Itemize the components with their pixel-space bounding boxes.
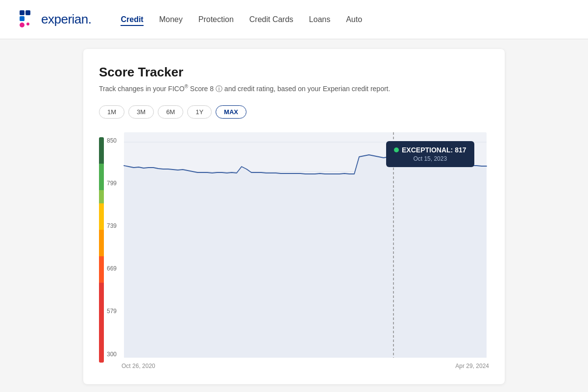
time-range-buttons: 1M 3M 6M 1Y MAX: [99, 105, 489, 119]
time-btn-max[interactable]: MAX: [216, 105, 246, 119]
time-btn-1m[interactable]: 1M: [99, 105, 124, 119]
svg-point-13: [391, 153, 396, 158]
page-title: Score Tracker: [99, 65, 489, 80]
score-line-chart: [122, 132, 489, 358]
header: experian. Credit Money Protection Credit…: [0, 0, 588, 39]
svg-point-4: [26, 23, 29, 25]
poor-segment: [99, 230, 104, 256]
x-label-start: Oct 26, 2020: [122, 363, 155, 369]
svg-rect-2: [20, 16, 24, 21]
nav-auto[interactable]: Auto: [346, 13, 362, 26]
time-btn-1y[interactable]: 1Y: [187, 105, 212, 119]
logo: experian.: [20, 10, 91, 29]
page-subtitle: Track changes in your FICO® Score 8 ⓘ an…: [99, 84, 489, 94]
x-label-end: Apr 29, 2024: [455, 363, 489, 369]
y-label-739: 739: [107, 222, 117, 229]
y-axis-labels: 850 799 739 669 579 300: [107, 132, 117, 372]
main-nav: Credit Money Protection Credit Cards Loa…: [121, 13, 362, 26]
very-poor-segment: [99, 283, 104, 362]
exceptional-segment: [99, 137, 104, 164]
nav-protection[interactable]: Protection: [198, 13, 234, 26]
fair-segment: [99, 203, 104, 230]
svg-rect-1: [25, 10, 30, 15]
y-label-300: 300: [107, 351, 117, 358]
x-axis-labels: Oct 26, 2020 Apr 29, 2024: [122, 360, 489, 369]
bad-segment: [99, 256, 104, 283]
experian-logo-icon: [20, 10, 38, 29]
main-content: Score Tracker Track changes in your FICO…: [0, 39, 588, 392]
nav-money[interactable]: Money: [159, 13, 183, 26]
score-tracker-card: Score Tracker Track changes in your FICO…: [83, 49, 505, 384]
time-btn-6m[interactable]: 6M: [158, 105, 183, 119]
y-label-850: 850: [107, 137, 117, 144]
very-good-segment: [99, 164, 104, 190]
chart-area: 850 799 739 669 579 300: [99, 132, 489, 372]
y-label-669: 669: [107, 265, 117, 272]
nav-credit[interactable]: Credit: [121, 13, 143, 26]
svg-rect-0: [20, 10, 24, 15]
nav-loans[interactable]: Loans: [309, 13, 331, 26]
score-color-bar: [99, 137, 104, 363]
nav-credit-cards[interactable]: Credit Cards: [249, 13, 294, 26]
score-chart-wrapper: 850 799 739 669 579 300: [99, 132, 489, 372]
time-btn-3m[interactable]: 3M: [128, 105, 154, 119]
y-label-799: 799: [107, 180, 117, 187]
logo-text: experian.: [41, 12, 91, 27]
svg-point-3: [20, 23, 24, 27]
chart-svg-container: EXCEPTIONAL: 817 Oct 15, 2023 Oct 26, 20…: [122, 132, 489, 372]
good-segment: [99, 190, 104, 203]
y-label-579: 579: [107, 308, 117, 315]
